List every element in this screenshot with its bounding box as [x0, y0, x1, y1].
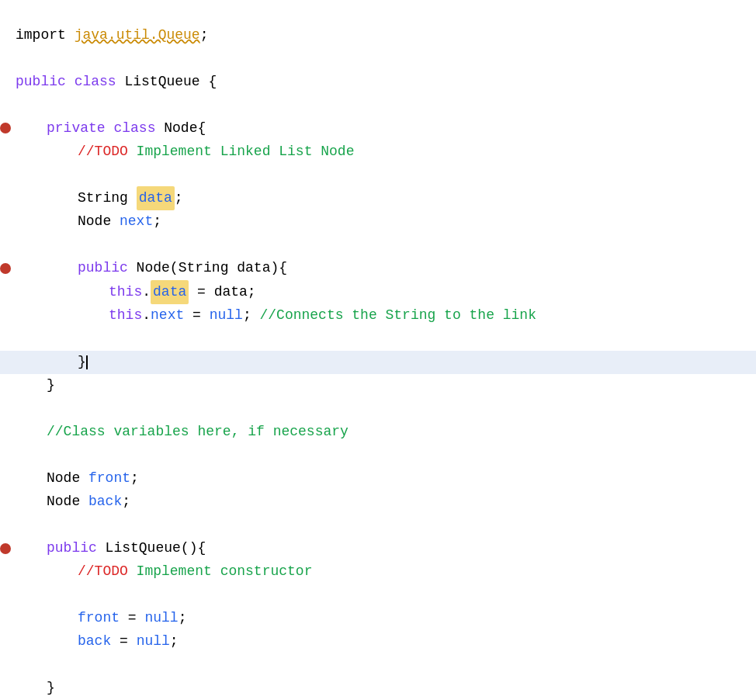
code-line: public class ListQueue { [0, 70, 756, 93]
code-token: Node [78, 210, 120, 233]
code-line [0, 514, 756, 537]
code-token: . [142, 304, 151, 327]
code-line: this.data = data; [0, 280, 756, 304]
code-token: front [78, 607, 120, 629]
code-line [0, 653, 756, 677]
code-line: front = null; [0, 607, 756, 630]
code-token: data [137, 186, 175, 210]
code-token: public [78, 257, 128, 279]
code-token: public [47, 537, 97, 560]
code-token: //TODO [78, 560, 128, 583]
code-token: private [47, 117, 106, 140]
code-line: //Class variables here, if necessary [0, 421, 756, 444]
code-token: Node( [128, 257, 179, 279]
code-token: } [78, 351, 86, 373]
code-line: private class Node{ [0, 116, 756, 140]
code-line [0, 47, 756, 70]
code-token: java.util.Queue [75, 24, 200, 47]
breakpoint-icon[interactable] [0, 543, 11, 554]
code-token: back [78, 630, 111, 653]
code-token: front [88, 467, 130, 490]
code-line [0, 327, 756, 351]
code-token: Node [47, 467, 88, 490]
code-line: } [0, 677, 756, 700]
code-token: Node [47, 490, 88, 513]
code-line: //TODO Implement Linked List Node [0, 140, 756, 163]
code-line: //TODO Implement constructor [0, 560, 756, 584]
code-editor: import java.util.Queue;public class List… [0, 16, 756, 700]
code-token: public [16, 71, 66, 93]
code-token: //Class variables here, if necessary [47, 421, 349, 443]
code-token: ; [179, 607, 187, 629]
code-line: Node back; [0, 490, 756, 514]
code-token: = [184, 304, 209, 327]
code-token: next [120, 210, 153, 233]
breakpoint-icon[interactable] [0, 263, 11, 274]
code-token: ListQueue(){ [97, 537, 206, 560]
code-line: Node front; [0, 467, 756, 490]
code-token: String [179, 257, 229, 279]
code-line [0, 93, 756, 116]
code-token: ListQueue { [116, 71, 217, 93]
code-token: String [78, 187, 137, 210]
code-token: ; [130, 467, 139, 490]
code-token [66, 71, 75, 93]
code-token: class [75, 71, 116, 93]
code-line [0, 397, 756, 421]
code-token: ; [200, 24, 209, 47]
code-token: = data; [189, 281, 255, 303]
code-line: Node next; [0, 210, 756, 234]
code-token [86, 355, 88, 369]
code-token: null [144, 607, 178, 629]
code-line: } [0, 374, 756, 397]
code-token: data [151, 280, 189, 304]
code-token [106, 117, 114, 140]
code-token: Node{ [155, 117, 206, 140]
code-line: this.next = null; //Connects the String … [0, 304, 756, 327]
code-line: back = null; [0, 630, 756, 653]
code-token: back [88, 490, 122, 513]
code-token: data){ [228, 257, 287, 279]
code-token: } [47, 374, 55, 397]
code-token: = [120, 607, 144, 629]
code-token: null [137, 630, 170, 653]
code-token: Implement constructor [128, 560, 313, 583]
code-line: } [0, 351, 756, 374]
code-token: this [109, 304, 142, 327]
code-line [0, 234, 756, 257]
code-line: public ListQueue(){ [0, 537, 756, 560]
code-line: public Node(String data){ [0, 257, 756, 280]
code-token: ; [153, 210, 161, 233]
code-token: //TODO [78, 140, 128, 163]
code-token: = [111, 630, 136, 653]
code-token: Implement Linked List Node [128, 140, 355, 163]
code-line [0, 584, 756, 607]
code-token: import [16, 24, 75, 47]
code-token: null [210, 304, 243, 327]
code-line: import java.util.Queue; [0, 23, 756, 47]
code-token: next [151, 304, 184, 327]
code-token: ; [243, 304, 260, 327]
code-token: this [109, 281, 142, 303]
code-token: class [113, 117, 155, 140]
code-token: ; [175, 187, 183, 210]
code-line [0, 163, 756, 186]
code-line [0, 444, 756, 467]
code-token: //Connects the String to the link [259, 304, 536, 327]
code-token: ; [122, 490, 130, 513]
code-token: ; [170, 630, 179, 653]
code-token: . [142, 281, 151, 303]
code-line: String data; [0, 186, 756, 210]
breakpoint-icon[interactable] [0, 123, 11, 133]
code-token: } [47, 677, 55, 699]
